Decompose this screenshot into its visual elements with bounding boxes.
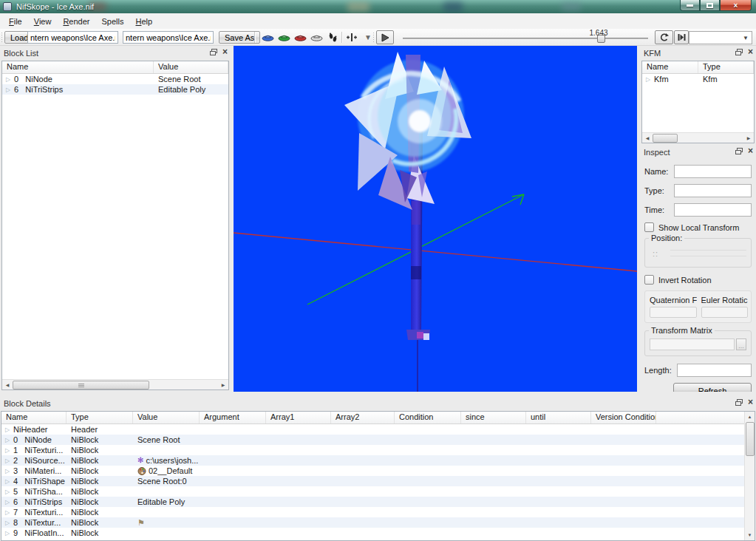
close-button[interactable]: ×	[720, 0, 752, 11]
expander-icon[interactable]: ▷	[1, 457, 13, 464]
kfm-row[interactable]: ▷Kfm Kfm	[642, 74, 754, 84]
close-panel-icon[interactable]: ×	[748, 48, 753, 55]
block-list-row[interactable]: ▷0 NiNode Scene Root	[2, 74, 228, 84]
float-panel-icon[interactable]	[735, 148, 743, 154]
block-details-row[interactable]: ▷1 NiTexturi... NiBlock	[1, 445, 744, 455]
quaternion-field[interactable]	[650, 307, 697, 318]
column-header-type[interactable]: Type	[698, 61, 754, 73]
column-header-version-condition[interactable]: Version Conditior	[591, 412, 656, 423]
invert-rotation-checkbox[interactable]	[644, 275, 654, 285]
column-header-name[interactable]: Name	[1, 412, 67, 423]
texture-flower-icon: ✻	[137, 457, 143, 464]
scrollbar-thumb[interactable]	[13, 381, 149, 389]
scrollbar-thumb[interactable]	[746, 422, 755, 456]
menu-spells[interactable]: Spells	[96, 15, 130, 28]
gray-saucer-icon[interactable]	[309, 32, 324, 43]
block-details-row[interactable]: ▷NiHeader Header	[1, 424, 744, 435]
load-path-input[interactable]	[27, 31, 118, 44]
expander-icon[interactable]: ▷	[1, 499, 13, 506]
expander-icon[interactable]: ▷	[1, 520, 13, 526]
float-panel-icon[interactable]	[735, 399, 743, 406]
close-panel-icon[interactable]: ×	[748, 147, 753, 154]
scrollbar-thumb[interactable]	[653, 134, 678, 143]
title-bar[interactable]: NifSkope - Ice Axe.nif ×	[0, 0, 756, 13]
menu-render[interactable]: Render	[57, 15, 95, 28]
expander-icon[interactable]: ▷	[1, 426, 13, 433]
menu-file[interactable]: File	[3, 15, 28, 28]
column-header-condition[interactable]: Condition	[395, 412, 461, 423]
play-button[interactable]	[376, 30, 394, 44]
menu-help[interactable]: Help	[129, 15, 158, 28]
scroll-down-icon[interactable]: ▼	[745, 530, 755, 540]
expander-icon[interactable]: ▷	[1, 509, 13, 516]
block-details-row[interactable]: ▷6 NiTriStrips NiBlock Editable Poly	[1, 497, 744, 507]
column-header-array1[interactable]: Array1	[266, 412, 331, 423]
transform-matrix-field[interactable]	[650, 338, 735, 350]
expander-icon[interactable]: ▷	[2, 86, 14, 93]
column-header-name[interactable]: Name	[2, 61, 154, 73]
slider-track[interactable]	[403, 38, 648, 39]
block-details-row[interactable]: ▷2 NiSource... NiBlock ✻c:\users\josh...	[1, 455, 744, 466]
expander-icon[interactable]: ▷	[1, 468, 13, 474]
scroll-left-icon[interactable]: ◀	[2, 380, 13, 390]
expander-icon[interactable]: ▷	[642, 76, 654, 83]
switch-animation-button[interactable]	[674, 30, 689, 44]
expander-icon[interactable]: ▷	[1, 530, 13, 537]
close-panel-icon[interactable]: ×	[748, 398, 753, 406]
toolbar-grip[interactable]	[1, 32, 4, 43]
scroll-right-icon[interactable]: ▶	[218, 380, 228, 390]
euler-field[interactable]	[701, 307, 749, 318]
save-path-input[interactable]	[123, 31, 214, 44]
close-panel-icon[interactable]: ×	[222, 48, 228, 55]
float-panel-icon[interactable]	[735, 49, 743, 55]
column-header-array2[interactable]: Array2	[331, 412, 395, 423]
expander-icon[interactable]: ▷	[1, 478, 13, 485]
refresh-button[interactable]: Refresh	[673, 383, 752, 392]
loop-animation-button[interactable]	[655, 30, 673, 44]
time-slider[interactable]: 1.643	[403, 29, 648, 46]
green-saucer-icon[interactable]	[276, 32, 291, 43]
render-viewport[interactable]	[234, 46, 637, 392]
expander-icon[interactable]: ▷	[1, 447, 13, 454]
footprints-icon[interactable]	[325, 32, 340, 43]
blue-saucer-icon[interactable]	[260, 32, 275, 43]
block-list-row[interactable]: ▷6 NiTriStrips Editable Poly	[2, 84, 228, 95]
column-header-type[interactable]: Type	[67, 412, 133, 423]
column-header-since[interactable]: since	[461, 412, 526, 423]
block-details-row[interactable]: ▷3 NiMateri... NiBlock 02__Default	[1, 466, 744, 476]
show-local-transform-checkbox[interactable]	[644, 222, 654, 232]
minimize-button[interactable]	[680, 0, 700, 11]
column-header-name[interactable]: Name	[642, 61, 698, 73]
red-saucer-icon[interactable]	[293, 32, 307, 43]
expander-icon[interactable]: ▷	[2, 76, 14, 83]
column-header-value[interactable]: Value	[154, 61, 228, 73]
block-details-vscrollbar[interactable]: ▲ ▼	[744, 412, 755, 540]
float-panel-icon[interactable]	[210, 49, 217, 55]
animation-combobox[interactable]: ▼	[689, 31, 752, 44]
block-details-row[interactable]: ▷7 NiTexturi... NiBlock	[1, 507, 744, 517]
block-list-hscrollbar[interactable]: ◀ ▶	[2, 379, 228, 389]
block-details-row[interactable]: ▷9 NiFloatIn... NiBlock	[1, 528, 744, 538]
scroll-right-icon[interactable]: ▶	[743, 133, 754, 143]
block-details-row[interactable]: ▷0 NiNode NiBlock Scene Root	[1, 435, 744, 445]
time-field[interactable]	[674, 203, 752, 217]
toolbar-grip[interactable]	[372, 32, 375, 43]
menu-view[interactable]: View	[28, 15, 58, 28]
type-field[interactable]	[674, 184, 752, 197]
axis-crosshair-icon[interactable]	[344, 32, 359, 43]
column-header-value[interactable]: Value	[133, 412, 200, 423]
matrix-expand-button[interactable]: …	[736, 338, 746, 350]
scroll-up-icon[interactable]: ▲	[745, 412, 755, 422]
expander-icon[interactable]: ▷	[1, 437, 13, 443]
block-details-row[interactable]: ▷8 NiTextur... NiBlock ⚑	[1, 517, 744, 528]
block-details-row[interactable]: ▷5 NiTriSha... NiBlock	[1, 486, 744, 497]
name-field[interactable]	[674, 165, 752, 178]
maximize-button[interactable]	[700, 0, 720, 11]
scroll-left-icon[interactable]: ◀	[642, 133, 653, 143]
column-header-until[interactable]: until	[526, 412, 591, 423]
column-header-argument[interactable]: Argument	[200, 412, 266, 423]
kfm-hscrollbar[interactable]: ◀ ▶	[642, 132, 754, 143]
length-field[interactable]	[677, 364, 752, 377]
expander-icon[interactable]: ▷	[1, 489, 13, 495]
block-details-row[interactable]: ▷4 NiTriShape NiBlock Scene Root:0	[1, 476, 744, 486]
